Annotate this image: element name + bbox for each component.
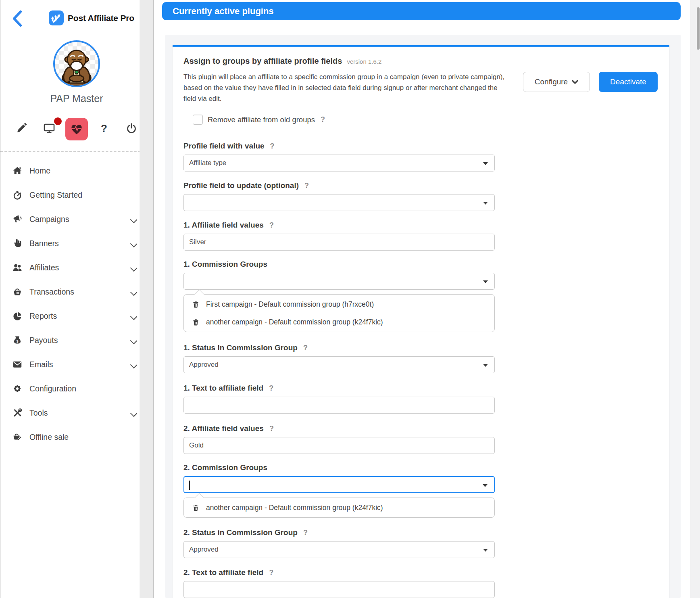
chevron-down-icon	[130, 362, 137, 368]
vertical-scrollbar-track	[690, 0, 700, 598]
gear-icon	[12, 384, 22, 393]
sidebar-item-campaigns[interactable]: Campaigns	[0, 207, 153, 231]
help-icon[interactable]: ?	[98, 123, 110, 134]
brand-logo-icon[interactable]	[49, 10, 64, 25]
home-icon	[12, 166, 22, 176]
plugin-description: This plugin will place an affiliate to a…	[183, 71, 511, 104]
g1-text-input[interactable]	[183, 397, 495, 414]
list-item: another campaign - Default commission gr…	[184, 499, 494, 516]
text-cursor	[189, 481, 190, 490]
chevron-down-icon	[130, 289, 137, 296]
vertical-scrollbar-thumb[interactable]	[697, 7, 700, 50]
chevron-down-icon	[130, 337, 137, 344]
trash-icon[interactable]	[192, 318, 200, 326]
g2-values-input[interactable]	[183, 437, 495, 454]
sidebar-item-getting-started[interactable]: Getting Started	[0, 183, 153, 207]
help-icon[interactable]: ?	[303, 529, 308, 537]
dropdown-arrow-icon	[483, 162, 488, 165]
configure-button[interactable]: Configure	[523, 72, 590, 92]
basket-icon	[12, 287, 22, 297]
panel-divider	[153, 0, 154, 598]
plugin-version: version 1.6.2	[347, 58, 381, 65]
hand-pointer-icon	[12, 238, 22, 248]
profile-field-label: Profile field with value?	[183, 141, 495, 151]
sidebar-item-affiliates[interactable]: Affiliates	[0, 255, 153, 280]
sidebar-menu: Home Getting Started Campaigns	[0, 159, 153, 449]
help-icon[interactable]: ?	[269, 569, 273, 577]
dropdown-arrow-icon	[483, 484, 487, 487]
profile-update-label: Profile field to update (optional)?	[183, 181, 495, 190]
monitor-icon[interactable]	[44, 123, 55, 134]
help-icon[interactable]: ?	[269, 384, 273, 392]
dropdown-arrow-icon	[483, 549, 488, 552]
users-icon	[12, 263, 22, 272]
g1-groups-select[interactable]	[183, 273, 495, 290]
deactivate-button[interactable]: Deactivate	[599, 72, 658, 92]
sidebar-toolbar: ?	[0, 117, 153, 141]
help-icon[interactable]: ?	[304, 182, 309, 190]
sidebar-item-home[interactable]: Home	[0, 159, 153, 183]
plugin-name: Assign to groups by affiliate profile fi…	[183, 56, 381, 66]
g1-status-label: 1. Status in Commission Group?	[183, 343, 495, 353]
app-window: Post Affiliate Pro PAP Master	[0, 0, 700, 598]
g2-values-label: 2. Affiliate field values?	[183, 424, 495, 433]
sidebar-item-offline-sale[interactable]: Offline sale	[0, 425, 153, 449]
stopwatch-icon	[12, 190, 22, 200]
remove-old-groups-checkbox[interactable]	[193, 115, 203, 125]
sidebar-item-reports[interactable]: Reports	[0, 304, 153, 328]
sidebar-item-transactions[interactable]: Transactions	[0, 280, 153, 304]
page-title: Currently active plugins	[162, 2, 681, 20]
sidebar-item-tools[interactable]: Tools	[0, 401, 153, 425]
sidebar-item-banners[interactable]: Banners	[0, 231, 153, 255]
pencil-icon[interactable]	[16, 123, 27, 134]
chevron-down-icon	[130, 410, 137, 417]
offline-sale-icon	[12, 432, 22, 442]
g2-text-label: 2. Text to affiliate field?	[183, 568, 495, 577]
plugin-card: Assign to groups by affiliate profile fi…	[173, 45, 669, 598]
svg-text:$: $	[16, 339, 18, 343]
trash-icon[interactable]	[192, 504, 200, 512]
g1-selected-groups-list: First campaign - Default commission grou…	[183, 294, 495, 332]
money-bag-icon: $	[12, 335, 22, 345]
power-icon[interactable]	[126, 123, 137, 134]
g1-values-label: 1. Affiliate field values?	[183, 220, 495, 230]
help-icon[interactable]: ?	[270, 142, 275, 150]
user-name: PAP Master	[0, 93, 153, 105]
g1-status-select[interactable]: Approved	[183, 356, 495, 373]
sidebar-item-payouts[interactable]: $ Payouts	[0, 328, 153, 352]
profile-field-select[interactable]: Affiliate type	[183, 155, 495, 171]
trash-icon[interactable]	[192, 300, 200, 309]
plugin-form: Profile field with value? Affiliate type…	[183, 141, 495, 598]
sidebar-divider	[0, 151, 153, 152]
sidebar-item-configuration[interactable]: Configuration	[0, 376, 153, 401]
chevron-down-icon	[572, 80, 578, 84]
sidebar-item-emails[interactable]: Emails	[0, 352, 153, 376]
chevron-down-icon	[130, 216, 137, 223]
g2-status-select[interactable]: Approved	[183, 541, 495, 558]
g2-selected-groups-list: another campaign - Default commission gr…	[183, 498, 495, 518]
avatar	[53, 40, 100, 87]
brand-name: Post Affiliate Pro	[68, 10, 134, 25]
dropdown-arrow-icon	[483, 280, 488, 283]
help-icon[interactable]: ?	[269, 424, 274, 433]
chevron-down-icon	[130, 240, 137, 247]
profile-update-select[interactable]	[183, 194, 495, 211]
dropdown-arrow-icon	[483, 364, 488, 367]
heartbeat-icon	[70, 123, 83, 136]
help-icon[interactable]: ?	[303, 344, 308, 352]
g2-text-input[interactable]	[183, 581, 495, 598]
help-icon[interactable]: ?	[269, 221, 274, 229]
g2-groups-select[interactable]	[183, 476, 495, 493]
remove-old-groups-row: Remove affiliate from old groups ?	[193, 115, 325, 125]
megaphone-icon	[12, 214, 22, 224]
help-icon[interactable]: ?	[321, 115, 325, 124]
chevron-down-icon	[130, 265, 137, 272]
tools-icon	[12, 408, 22, 418]
checkbox-label: Remove affiliate from old groups	[208, 115, 315, 124]
g2-groups-label: 2. Commission Groups	[183, 463, 495, 473]
g1-values-input[interactable]	[183, 234, 495, 251]
list-item: First campaign - Default commission grou…	[184, 295, 494, 313]
back-chevron-icon[interactable]	[11, 10, 24, 27]
heartbeat-button[interactable]	[65, 118, 88, 140]
sidebar-scroll-gutter[interactable]	[140, 0, 153, 598]
